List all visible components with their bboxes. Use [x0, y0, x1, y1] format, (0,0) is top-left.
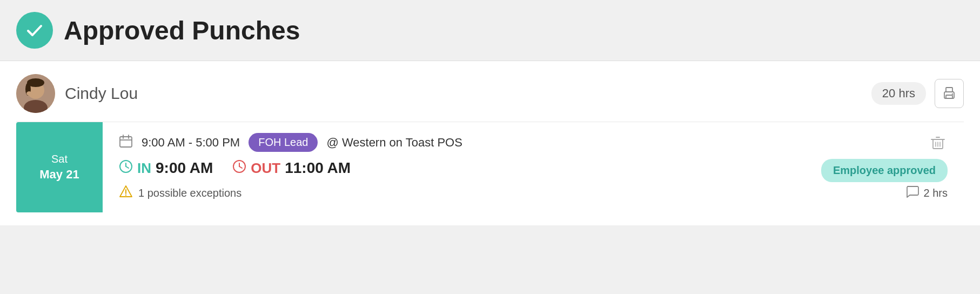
clock-in-icon: [119, 159, 133, 177]
clock-out-icon: [232, 159, 246, 177]
punch-out-label: OUT: [251, 160, 280, 177]
header-section: Approved Punches: [0, 0, 980, 61]
punch-in-label: IN: [137, 160, 151, 177]
employee-approved-badge: Employee approved: [821, 159, 948, 182]
svg-point-9: [952, 93, 953, 95]
svg-rect-8: [946, 95, 952, 98]
total-hours-badge: 20 hrs: [871, 82, 926, 105]
comment-row: 2 hrs: [905, 184, 948, 202]
svg-rect-10: [120, 137, 132, 147]
employee-row: Cindy Lou 20 hrs: [16, 74, 964, 113]
page-title: Approved Punches: [64, 16, 300, 45]
calendar-icon: [119, 134, 133, 151]
punch-times: IN 9:00 AM OUT 11:00 AM: [119, 159, 789, 177]
employee-name: Cindy Lou: [65, 84, 138, 103]
exceptions-row: 1 possible exceptions: [119, 184, 789, 202]
employee-right: 20 hrs: [871, 79, 964, 108]
comment-hours: 2 hrs: [924, 187, 948, 199]
shift-row: Sat May 21 9:00 AM - 5:00 PM: [16, 122, 964, 212]
svg-line-19: [239, 166, 242, 168]
svg-line-16: [126, 166, 129, 168]
employee-left: Cindy Lou: [16, 74, 138, 113]
shift-top-line: 9:00 AM - 5:00 PM FOH Lead @ Western on …: [119, 133, 789, 152]
print-button[interactable]: [935, 79, 964, 108]
shift-day: Sat: [51, 151, 68, 166]
page-wrapper: Approved Punches: [0, 0, 980, 225]
punch-out-time: 11:00 AM: [285, 159, 351, 177]
printer-icon: [942, 86, 957, 101]
date-block: Sat May 21: [16, 122, 103, 212]
delete-button[interactable]: [928, 133, 948, 156]
comment-icon: [905, 184, 919, 202]
punch-in-time: 9:00 AM: [156, 159, 213, 177]
trash-icon: [930, 135, 945, 150]
role-badge: FOH Lead: [249, 133, 318, 152]
shift-right: Employee approved 2 hrs: [805, 122, 964, 212]
main-content: Cindy Lou 20 hrs Sat May 21: [0, 61, 980, 225]
approved-icon: [16, 12, 53, 49]
svg-point-5: [26, 91, 32, 96]
exceptions-text: 1 possible exceptions: [138, 187, 241, 199]
svg-rect-7: [946, 88, 952, 92]
shift-location: @ Western on Toast POS: [326, 136, 462, 150]
shift-details: 9:00 AM - 5:00 PM FOH Lead @ Western on …: [103, 122, 805, 212]
punch-out: OUT 11:00 AM: [232, 159, 351, 177]
shift-month-day: May 21: [39, 166, 79, 183]
avatar: [16, 74, 55, 113]
svg-point-22: [125, 195, 126, 196]
warning-icon: [119, 184, 133, 202]
scheduled-time: 9:00 AM - 5:00 PM: [142, 136, 240, 150]
punch-in: IN 9:00 AM: [119, 159, 213, 177]
